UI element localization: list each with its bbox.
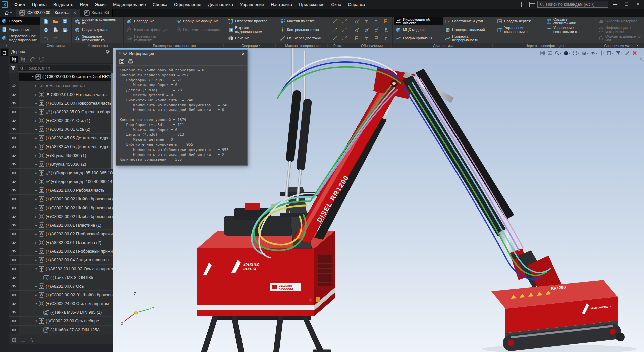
new-doc-button[interactable] xyxy=(42,17,50,25)
menu-item-5[interactable]: Эскиз xyxy=(91,0,110,9)
tree-row-11[interactable]: ▸(+)Втулка 455030 (2) xyxy=(9,160,113,169)
visibility-eye-icon[interactable] xyxy=(9,99,19,107)
undo-button[interactable] xyxy=(42,34,50,42)
tree-row-25[interactable]: ▸(+)А8282.00.07 Ось xyxy=(9,282,113,291)
tree-row-8[interactable]: ▸(+)А8282.45.05 Держатель гидроцил xyxy=(9,134,113,142)
axis-button[interactable]: Ось через две точки xyxy=(279,34,327,42)
visibility-eye-icon[interactable] xyxy=(9,142,19,151)
tree-row-9[interactable]: ▸(+)А8282.45.05 Держатель гидроцил xyxy=(9,142,113,151)
menu-item-9[interactable]: Диагностика xyxy=(205,0,236,9)
collision-button[interactable]: Проверка коллизий xyxy=(444,25,492,34)
tree-row-15[interactable]: ▸(+)С8002.00.02 Шайба бронзовая (1) xyxy=(9,195,113,203)
tree-panel-icon[interactable] xyxy=(1,49,8,56)
pencil-icon[interactable] xyxy=(624,49,631,57)
expand-arrow-icon[interactable]: ▸ xyxy=(34,224,38,227)
expand-arrow-icon[interactable]: ▸ xyxy=(34,232,38,236)
visibility-eye-icon[interactable] xyxy=(9,125,19,133)
visibility-eye-icon[interactable] xyxy=(9,282,19,290)
expand-arrow-icon[interactable]: ▸ xyxy=(34,136,38,140)
3d-viewport[interactable]: КРАСНАЯ РАКЕТА СДЕЛАНО В РОССИИ xyxy=(113,48,644,352)
tree-components-view-icon[interactable] xyxy=(28,56,36,63)
tree-row-5[interactable]: ▸(+)А8282.35.00 Стрела в сборе xyxy=(9,108,113,116)
visibility-eye-icon[interactable] xyxy=(9,81,19,90)
drawing-button[interactable]: Создать чертеж xyxy=(496,17,544,25)
info-window-close-icon[interactable]: ✕ xyxy=(241,51,245,56)
tree-row-1[interactable]: ▾(-)С8002.00.00 Косилка «Disel RR1200» xyxy=(9,73,113,81)
tree-row-28[interactable]: (-)Гайка М36-8 DIN 985 (1) xyxy=(9,308,113,317)
tree-row-27[interactable]: ▾(+)С8002.24.00 Ось с квадратом xyxy=(9,299,113,308)
save-edit-button[interactable] xyxy=(61,25,70,34)
expand-arrow-icon[interactable]: ▸ xyxy=(34,119,38,122)
visibility-eye-icon[interactable] xyxy=(9,308,19,316)
tree-row-7[interactable]: ▸(+)С8002.00.01 Ось (2) xyxy=(9,125,113,134)
open-folder-button[interactable] xyxy=(51,17,60,25)
fx-variables-icon[interactable]: fx xyxy=(30,336,33,343)
print-button[interactable] xyxy=(42,25,50,34)
dim-linear-button[interactable] xyxy=(331,17,339,25)
spec-button[interactable]: Создать спецификаци... xyxy=(545,17,593,25)
ribbon-tab-1[interactable]: Сборка xyxy=(0,17,40,25)
tree-structure-view-icon[interactable] xyxy=(10,56,18,63)
distance-button[interactable]: ?Расстояние и угол xyxy=(444,17,492,25)
mark-zone-button[interactable] xyxy=(382,25,391,34)
mark-roughness-button[interactable] xyxy=(353,17,362,25)
document-tab-1[interactable]: С8002.00.00 _ Косил...✕ xyxy=(16,9,80,17)
menu-item-2[interactable]: Правка xyxy=(29,0,50,9)
tree-row-30[interactable]: (-)Шайба 27-А2 DIN 125А xyxy=(9,326,113,334)
mark-weld-button[interactable] xyxy=(363,17,371,25)
menu-item-10[interactable]: Управление xyxy=(236,0,267,9)
expand-arrow-icon[interactable]: ▸ xyxy=(34,293,38,297)
expand-arrow-icon[interactable]: ▸ xyxy=(34,250,38,253)
visibility-eye-icon[interactable] xyxy=(9,265,19,273)
info-window-titlebar[interactable]: ⠿ Информация ✕ xyxy=(116,50,247,57)
save-report-icon[interactable] xyxy=(119,59,125,64)
visibility-eye-icon[interactable] xyxy=(9,108,19,116)
filter-funnel-icon[interactable] xyxy=(10,65,16,71)
mark-flag-button[interactable] xyxy=(372,17,381,25)
visibility-eye-icon[interactable] xyxy=(9,291,19,299)
wireframe-cube-icon[interactable]: ▾ xyxy=(572,49,580,57)
tree-row-10[interactable]: ▸(+)Втулка 455030 (1) xyxy=(9,151,113,160)
menu-item-13[interactable]: Окно xyxy=(328,0,344,9)
close-button[interactable]: ✕ xyxy=(633,1,643,8)
tree-row-29[interactable]: ▾(-)С8002.23.00 Ось в сборе xyxy=(9,317,113,326)
visibility-eye-icon[interactable] xyxy=(9,317,19,325)
visibility-eye-icon[interactable] xyxy=(9,203,19,212)
tree-row-19[interactable]: ▸(+)А8282.00.02 П-образный прижим xyxy=(9,230,113,238)
linked-spec-button[interactable]: Управление связанными с... xyxy=(545,25,593,34)
tree-row-21[interactable]: ▸(+)А8282.00.02 П-образный прижим xyxy=(9,247,113,256)
menu-item-14[interactable]: Справка xyxy=(345,0,369,9)
interface-settings-icon[interactable] xyxy=(529,2,535,7)
tree-row-3[interactable]: ▸С8002.01.00 Навесная часть xyxy=(9,90,113,99)
mark-datum-button[interactable] xyxy=(353,25,362,34)
list-view-icon[interactable] xyxy=(21,337,26,342)
material-info-button[interactable]: iИнформация о материале... xyxy=(597,25,644,34)
home-button[interactable]: ▾ xyxy=(0,9,16,17)
shaded-cube-icon[interactable]: ▾ xyxy=(581,49,589,57)
visibility-eye-icon[interactable] xyxy=(9,256,19,264)
visibility-eye-icon[interactable] xyxy=(9,273,19,282)
material-update-button[interactable]: Обновить данные по мат... xyxy=(597,34,644,42)
collapsed-panel-icon[interactable] xyxy=(639,49,644,54)
ribbon-tab-2[interactable]: Управление xyxy=(0,25,40,34)
menu-item-1[interactable]: Файл xyxy=(11,0,29,9)
expand-arrow-icon[interactable]: ▾ xyxy=(31,75,35,78)
visibility-eye-icon[interactable] xyxy=(9,169,19,177)
visibility-eye-icon[interactable] xyxy=(9,116,19,125)
minimize-button[interactable]: — xyxy=(610,1,620,8)
unfix-button[interactable]: Отключить фиксацию xyxy=(175,25,223,34)
expand-arrow-icon[interactable]: ▸ xyxy=(34,189,38,192)
expand-arrow-icon[interactable]: ▸ xyxy=(34,102,38,105)
visibility-eye-icon[interactable] xyxy=(9,186,19,194)
rotate-button[interactable]: Вращение-вращение xyxy=(175,17,223,25)
expand-arrow-icon[interactable]: ▸ xyxy=(34,180,38,183)
drag-handle-icon[interactable]: ⠿ xyxy=(119,52,121,55)
tree-structure-icon[interactable] xyxy=(11,337,17,342)
expand-arrow-icon[interactable]: ▾ xyxy=(34,267,38,271)
tree-row-16[interactable]: ▸(+)С8002.00.02 Шайба бронзовая (2) xyxy=(9,203,113,212)
mark-leader-button[interactable] xyxy=(353,34,362,42)
expand-arrow-icon[interactable]: ▾ xyxy=(34,302,38,305)
tree-row-26[interactable]: ▸(+)С8002.00.02-01 Шайба бронзовая xyxy=(9,291,113,299)
tree-relations-view-icon[interactable] xyxy=(19,56,27,63)
visibility-eye-icon[interactable] xyxy=(9,247,19,255)
